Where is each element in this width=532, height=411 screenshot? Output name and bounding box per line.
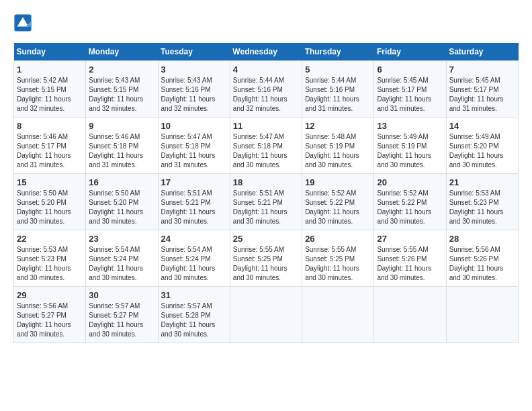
calendar-cell: 19Sunrise: 5:52 AMSunset: 5:22 PMDayligh… — [302, 174, 374, 230]
day-info: Sunrise: 5:56 AMSunset: 5:27 PMDaylight:… — [17, 302, 83, 339]
day-number: 18 — [233, 177, 299, 187]
calendar-cell: 28Sunrise: 5:56 AMSunset: 5:26 PMDayligh… — [446, 230, 518, 287]
calendar-cell: 6Sunrise: 5:45 AMSunset: 5:17 PMDaylight… — [374, 61, 446, 118]
day-info: Sunrise: 5:55 AMSunset: 5:25 PMDaylight:… — [233, 245, 299, 283]
calendar-cell: 5Sunrise: 5:44 AMSunset: 5:16 PMDaylight… — [302, 61, 374, 118]
day-number: 4 — [233, 64, 299, 75]
calendar-cell: 9Sunrise: 5:46 AMSunset: 5:18 PMDaylight… — [86, 118, 158, 174]
calendar-cell: 27Sunrise: 5:55 AMSunset: 5:26 PMDayligh… — [374, 230, 446, 287]
day-info: Sunrise: 5:57 AMSunset: 5:28 PMDaylight:… — [161, 302, 227, 339]
day-info: Sunrise: 5:49 AMSunset: 5:20 PMDaylight:… — [449, 132, 515, 170]
calendar-cell: 22Sunrise: 5:53 AMSunset: 5:23 PMDayligh… — [14, 230, 86, 287]
day-number: 16 — [89, 177, 154, 187]
day-number: 29 — [17, 290, 83, 300]
calendar-cell: 31Sunrise: 5:57 AMSunset: 5:28 PMDayligh… — [158, 287, 230, 343]
calendar-cell: 8Sunrise: 5:46 AMSunset: 5:17 PMDaylight… — [14, 118, 86, 174]
calendar-cell: 16Sunrise: 5:50 AMSunset: 5:20 PMDayligh… — [86, 174, 158, 230]
day-info: Sunrise: 5:55 AMSunset: 5:25 PMDaylight:… — [305, 245, 371, 283]
day-number: 20 — [377, 177, 443, 187]
day-header-thursday: Thursday — [302, 43, 374, 61]
day-number: 10 — [161, 121, 227, 131]
day-number: 24 — [161, 234, 227, 244]
day-number: 2 — [89, 64, 154, 75]
day-info: Sunrise: 5:53 AMSunset: 5:23 PMDaylight:… — [17, 245, 83, 283]
day-number: 15 — [17, 177, 83, 187]
day-number: 27 — [377, 234, 443, 244]
calendar-cell: 30Sunrise: 5:57 AMSunset: 5:27 PMDayligh… — [86, 287, 158, 343]
day-info: Sunrise: 5:52 AMSunset: 5:22 PMDaylight:… — [377, 189, 443, 226]
day-header-saturday: Saturday — [446, 43, 518, 61]
day-number: 25 — [233, 234, 299, 244]
day-info: Sunrise: 5:46 AMSunset: 5:18 PMDaylight:… — [89, 132, 154, 170]
logo — [13, 13, 35, 32]
day-number: 5 — [305, 64, 371, 75]
calendar-cell: 18Sunrise: 5:51 AMSunset: 5:21 PMDayligh… — [230, 174, 302, 230]
day-number: 7 — [449, 64, 515, 75]
day-number: 21 — [449, 177, 515, 187]
day-header-wednesday: Wednesday — [230, 43, 302, 61]
calendar-row: 1Sunrise: 5:42 AMSunset: 5:15 PMDaylight… — [14, 61, 519, 118]
day-info: Sunrise: 5:57 AMSunset: 5:27 PMDaylight:… — [89, 302, 154, 339]
day-number: 26 — [305, 234, 371, 244]
day-number: 1 — [17, 64, 83, 75]
calendar-cell: 4Sunrise: 5:44 AMSunset: 5:16 PMDaylight… — [230, 61, 302, 118]
day-info: Sunrise: 5:54 AMSunset: 5:24 PMDaylight:… — [89, 245, 154, 283]
day-number: 28 — [449, 234, 515, 244]
day-number: 19 — [305, 177, 371, 187]
calendar-cell — [446, 287, 518, 343]
day-info: Sunrise: 5:50 AMSunset: 5:20 PMDaylight:… — [89, 189, 154, 226]
calendar-row: 8Sunrise: 5:46 AMSunset: 5:17 PMDaylight… — [14, 118, 519, 174]
calendar-cell: 25Sunrise: 5:55 AMSunset: 5:25 PMDayligh… — [230, 230, 302, 287]
day-info: Sunrise: 5:45 AMSunset: 5:17 PMDaylight:… — [449, 76, 515, 113]
day-info: Sunrise: 5:43 AMSunset: 5:16 PMDaylight:… — [161, 76, 227, 113]
calendar-cell — [374, 287, 446, 343]
calendar-cell: 17Sunrise: 5:51 AMSunset: 5:21 PMDayligh… — [158, 174, 230, 230]
day-info: Sunrise: 5:49 AMSunset: 5:19 PMDaylight:… — [377, 132, 443, 170]
calendar-row: 15Sunrise: 5:50 AMSunset: 5:20 PMDayligh… — [14, 174, 519, 230]
calendar-cell: 12Sunrise: 5:48 AMSunset: 5:19 PMDayligh… — [302, 118, 374, 174]
day-header-monday: Monday — [86, 43, 158, 61]
calendar-cell: 3Sunrise: 5:43 AMSunset: 5:16 PMDaylight… — [158, 61, 230, 118]
calendar-cell: 23Sunrise: 5:54 AMSunset: 5:24 PMDayligh… — [86, 230, 158, 287]
day-number: 12 — [305, 121, 371, 131]
day-info: Sunrise: 5:51 AMSunset: 5:21 PMDaylight:… — [161, 189, 227, 226]
calendar-cell — [230, 287, 302, 343]
day-info: Sunrise: 5:44 AMSunset: 5:16 PMDaylight:… — [233, 76, 299, 113]
calendar-cell: 26Sunrise: 5:55 AMSunset: 5:25 PMDayligh… — [302, 230, 374, 287]
day-info: Sunrise: 5:52 AMSunset: 5:22 PMDaylight:… — [305, 189, 371, 226]
day-number: 17 — [161, 177, 227, 187]
calendar-cell: 24Sunrise: 5:54 AMSunset: 5:24 PMDayligh… — [158, 230, 230, 287]
day-header-friday: Friday — [374, 43, 446, 61]
day-number: 23 — [89, 234, 154, 244]
calendar-cell: 29Sunrise: 5:56 AMSunset: 5:27 PMDayligh… — [14, 287, 86, 343]
calendar-cell: 15Sunrise: 5:50 AMSunset: 5:20 PMDayligh… — [14, 174, 86, 230]
day-info: Sunrise: 5:47 AMSunset: 5:18 PMDaylight:… — [233, 132, 299, 170]
header — [13, 13, 519, 32]
day-info: Sunrise: 5:43 AMSunset: 5:15 PMDaylight:… — [89, 76, 154, 113]
day-header-tuesday: Tuesday — [158, 43, 230, 61]
day-number: 22 — [17, 234, 83, 244]
day-info: Sunrise: 5:45 AMSunset: 5:17 PMDaylight:… — [377, 76, 443, 113]
day-number: 3 — [161, 64, 227, 75]
calendar-cell: 10Sunrise: 5:47 AMSunset: 5:18 PMDayligh… — [158, 118, 230, 174]
day-info: Sunrise: 5:53 AMSunset: 5:23 PMDaylight:… — [449, 189, 515, 226]
calendar-cell: 20Sunrise: 5:52 AMSunset: 5:22 PMDayligh… — [374, 174, 446, 230]
day-number: 30 — [89, 290, 154, 300]
day-info: Sunrise: 5:50 AMSunset: 5:20 PMDaylight:… — [17, 189, 83, 226]
calendar-cell: 13Sunrise: 5:49 AMSunset: 5:19 PMDayligh… — [374, 118, 446, 174]
calendar-cell — [302, 287, 374, 343]
day-info: Sunrise: 5:48 AMSunset: 5:19 PMDaylight:… — [305, 132, 371, 170]
day-info: Sunrise: 5:56 AMSunset: 5:26 PMDaylight:… — [449, 245, 515, 283]
calendar-row: 22Sunrise: 5:53 AMSunset: 5:23 PMDayligh… — [14, 230, 519, 287]
day-info: Sunrise: 5:46 AMSunset: 5:17 PMDaylight:… — [17, 132, 83, 170]
calendar-header-row: SundayMondayTuesdayWednesdayThursdayFrid… — [14, 43, 519, 61]
day-info: Sunrise: 5:51 AMSunset: 5:21 PMDaylight:… — [233, 189, 299, 226]
day-number: 11 — [233, 121, 299, 131]
day-number: 31 — [161, 290, 227, 300]
calendar-cell: 11Sunrise: 5:47 AMSunset: 5:18 PMDayligh… — [230, 118, 302, 174]
day-number: 14 — [449, 121, 515, 131]
day-number: 13 — [377, 121, 443, 131]
day-number: 8 — [17, 121, 83, 131]
day-info: Sunrise: 5:44 AMSunset: 5:16 PMDaylight:… — [305, 76, 371, 113]
calendar-row: 29Sunrise: 5:56 AMSunset: 5:27 PMDayligh… — [14, 287, 519, 343]
